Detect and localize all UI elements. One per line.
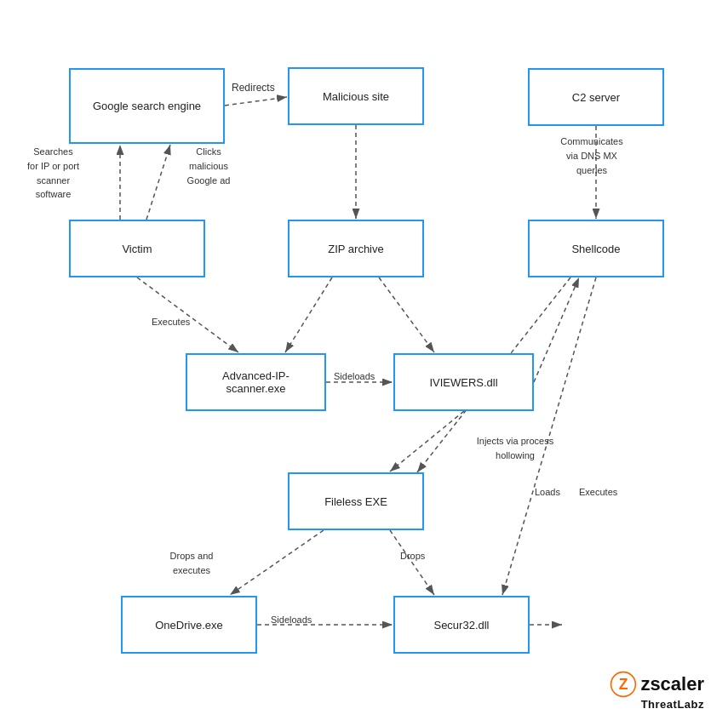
node-malicious-site: Malicious site bbox=[288, 67, 424, 125]
node-iviewers: IVIEWERS.dll bbox=[393, 353, 534, 411]
label-searches: Searches for IP or port scanner software bbox=[26, 145, 81, 202]
node-google: Google search engine bbox=[69, 68, 225, 144]
label-clicks: Clicks malicious Google ad bbox=[170, 145, 247, 187]
node-advanced-ip: Advanced-IP- scanner.exe bbox=[186, 353, 326, 411]
node-fileless-exe: Fileless EXE bbox=[288, 472, 424, 530]
label-communicates: Communicates via DNS MX queries bbox=[536, 134, 647, 177]
diagram: Google search engine Malicious site C2 s… bbox=[0, 0, 728, 726]
node-secur32: Secur32.dll bbox=[393, 596, 530, 654]
svg-text:Z: Z bbox=[619, 676, 628, 693]
svg-line-7 bbox=[285, 277, 332, 352]
label-executes2: Executes bbox=[579, 485, 617, 500]
svg-line-8 bbox=[379, 277, 434, 352]
svg-line-11 bbox=[534, 277, 579, 382]
label-injects: Injects via process hollowing bbox=[460, 434, 570, 463]
label-drops-executes: Drops and executes bbox=[158, 549, 226, 578]
label-redirects: Redirects bbox=[232, 81, 275, 95]
label-sideloads2: Sideloads bbox=[271, 613, 312, 627]
label-executes: Executes bbox=[152, 315, 190, 329]
label-drops: Drops bbox=[400, 549, 425, 563]
brand-logo: Z zscaler bbox=[610, 671, 704, 698]
brand: Z zscaler ThreatLabz bbox=[610, 671, 704, 711]
svg-line-15 bbox=[230, 530, 324, 595]
node-victim: Victim bbox=[69, 220, 205, 277]
node-shellcode: Shellcode bbox=[528, 220, 664, 277]
label-sideloads1: Sideloads bbox=[334, 369, 375, 384]
svg-line-12 bbox=[390, 411, 464, 472]
node-c2-server: C2 server bbox=[528, 68, 664, 126]
zscaler-icon: Z bbox=[610, 671, 637, 698]
node-onedrive: OneDrive.exe bbox=[121, 596, 257, 654]
svg-line-5 bbox=[146, 145, 170, 220]
node-zip-archive: ZIP archive bbox=[288, 220, 424, 277]
svg-line-2 bbox=[225, 97, 287, 106]
label-loads: Loads bbox=[535, 485, 560, 500]
